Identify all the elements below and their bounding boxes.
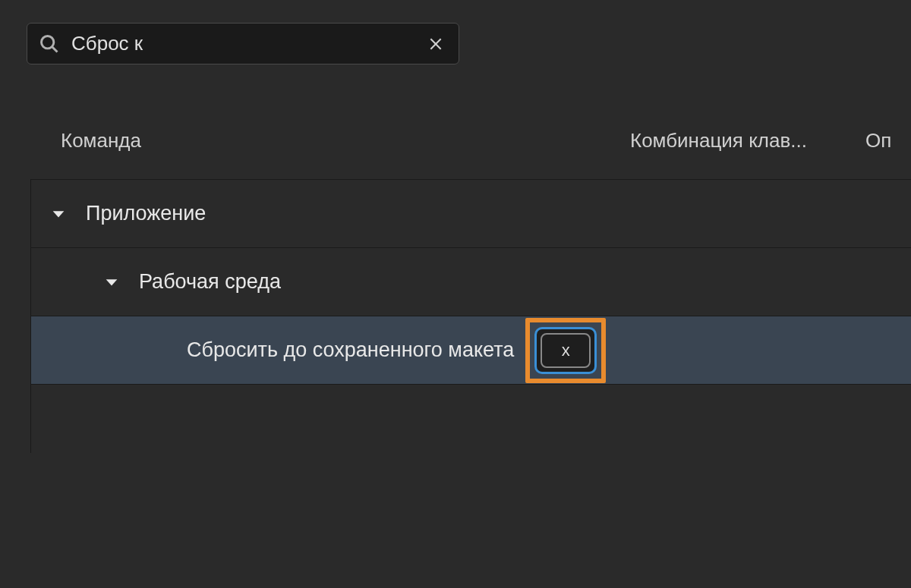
command-tree: Приложение Рабочая среда Сбросить до сох… xyxy=(30,179,911,453)
tree-category-application[interactable]: Приложение xyxy=(31,180,911,248)
tree-command-label: Сбросить до сохраненного макета xyxy=(187,338,514,362)
shortcut-key-button[interactable]: x xyxy=(541,333,591,368)
tree-command-reset-layout[interactable]: Сбросить до сохраненного макета x xyxy=(31,316,911,385)
header-shortcut[interactable]: Комбинация клав... xyxy=(630,129,865,153)
svg-point-0 xyxy=(42,36,54,48)
tree-empty-row xyxy=(31,385,911,453)
column-headers: Команда Комбинация клав... Оп xyxy=(0,129,911,153)
shortcut-focus-ring: x xyxy=(534,327,597,374)
tree-category-label: Рабочая среда xyxy=(139,270,281,294)
search-container xyxy=(27,23,459,64)
chevron-down-icon xyxy=(50,206,67,222)
search-icon xyxy=(39,33,60,55)
svg-line-1 xyxy=(52,46,58,52)
clear-search-icon[interactable] xyxy=(428,36,443,52)
header-command[interactable]: Команда xyxy=(61,129,630,153)
shortcut-highlight: x xyxy=(525,318,606,383)
chevron-down-icon xyxy=(103,274,120,291)
tree-category-label: Приложение xyxy=(86,202,206,225)
tree-category-workspace[interactable]: Рабочая среда xyxy=(31,248,911,316)
header-description[interactable]: Оп xyxy=(865,129,891,153)
search-input[interactable] xyxy=(60,32,428,55)
